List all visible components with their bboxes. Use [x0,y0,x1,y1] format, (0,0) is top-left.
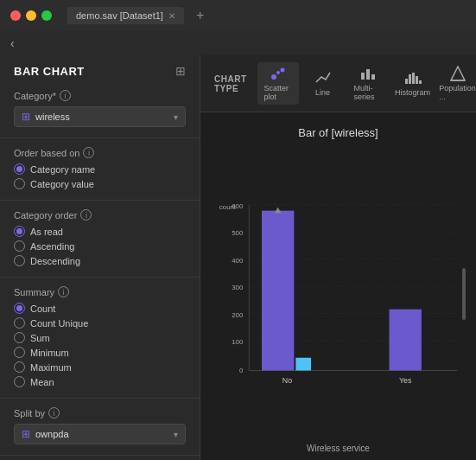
chart-type-multiseries-label: Multi-series [354,84,382,101]
svg-rect-6 [405,79,408,84]
order-based-info-icon[interactable]: i [83,147,94,158]
svg-text:No: No [282,376,292,385]
order-category-value-label: Category value [30,179,94,189]
radio-sum-circle [14,332,25,343]
bar-no-purple [262,211,294,371]
population-icon [449,66,466,81]
chart-type-bar: CHART TYPE Scatter plot Line [200,55,476,112]
bar-no-blue [295,358,311,371]
radio-count-unique-circle [14,317,25,329]
multi-series-icon [359,66,377,81]
chart-area: Bar of [wireless] count 600 [200,112,476,460]
panel-export-icon[interactable]: ⊞ [175,64,186,78]
order-as-read-label: As read [30,227,63,237]
add-tab-button[interactable]: + [196,8,204,23]
radio-category-value-circle [14,178,25,189]
chart-type-histogram[interactable]: Histogram [392,67,434,100]
svg-text:Yes: Yes [399,376,412,385]
bar-chart-svg: count 600 500 400 300 200 [211,146,466,442]
summary-info-icon[interactable]: i [58,286,69,297]
svg-rect-5 [371,74,375,80]
svg-text:500: 500 [232,229,244,237]
category-order-info-icon[interactable]: i [80,209,92,220]
svg-point-2 [280,68,284,73]
category-order-section: Category order i As read Ascending Desce… [0,204,200,273]
summary-count-unique[interactable]: Count Unique [14,317,186,329]
order-category-name-label: Category name [30,164,95,175]
split-by-label: Split by i [14,407,186,418]
summary-label: Summary i [14,286,186,297]
svg-text:0: 0 [239,367,244,374]
category-info-icon[interactable]: i [60,90,71,101]
summary-sum[interactable]: Sum [14,332,186,343]
chart-type-scatter[interactable]: Scatter plot [257,62,299,105]
chart-type-population[interactable]: Population ... [437,62,477,105]
radio-mean-circle [14,376,25,387]
summary-minimum[interactable]: Minimum [14,347,186,358]
radio-maximum-circle [14,361,25,373]
chart-type-histogram-label: Histogram [395,88,430,97]
chart-type-line-label: Line [315,88,330,97]
svg-point-0 [271,74,276,80]
summary-mean[interactable]: Mean [14,376,186,387]
chart-type-scatter-label: Scatter plot [264,84,292,101]
radio-count-circle [14,303,25,314]
order-ascending[interactable]: Ascending [14,240,186,252]
scroll-indicator[interactable] [462,268,466,320]
svg-rect-8 [412,73,415,84]
chart-type-line[interactable]: Line [302,67,344,100]
svg-text:600: 600 [232,202,244,210]
summary-count-unique-label: Count Unique [30,318,88,329]
order-as-read[interactable]: As read [14,226,186,237]
minimize-button[interactable] [26,10,36,21]
svg-rect-3 [361,73,365,80]
radio-descending-circle [14,255,25,266]
divider-1 [0,137,200,138]
split-by-dropdown[interactable]: ⊞ ownpda ▾ [14,424,186,444]
split-by-section: Split by i ⊞ ownpda ▾ [0,402,200,451]
close-button[interactable] [10,10,21,21]
chart-type-label: CHART TYPE [214,74,247,93]
back-button[interactable]: ‹ [10,36,15,50]
category-chevron-icon: ▾ [174,112,178,122]
svg-marker-11 [451,67,465,80]
svg-text:200: 200 [232,311,244,319]
category-dropdown[interactable]: ⊞ wireless ▾ [14,106,186,127]
active-tab[interactable]: demo.sav [Dataset1] ✕ [67,7,184,24]
tab-label: demo.sav [Dataset1] [76,10,163,21]
scatter-plot-icon [270,66,287,81]
summary-section: Summary i Count Count Unique Sum [0,281,200,394]
summary-mean-label: Mean [30,377,54,387]
line-chart-icon [314,70,332,86]
split-by-chevron-icon: ▾ [174,430,178,439]
maximize-button[interactable] [41,10,52,21]
tab-close-icon[interactable]: ✕ [168,11,175,21]
order-based-section: Order based on i Category name Category … [0,142,200,196]
svg-rect-10 [419,80,422,84]
radio-category-name-circle [14,163,25,175]
summary-maximum-label: Maximum [30,362,72,373]
order-descending[interactable]: Descending [14,255,186,266]
divider-2 [0,200,200,201]
histogram-icon [404,70,422,86]
back-row: ‹ [0,31,476,55]
svg-point-1 [276,71,280,74]
summary-maximum[interactable]: Maximum [14,361,186,373]
svg-rect-7 [409,74,411,84]
summary-count[interactable]: Count [14,303,186,314]
main-content: BAR CHART ⊞ Category* i ⊞ wireless ▾ Ord… [0,55,476,460]
svg-rect-9 [416,76,418,84]
divider-5 [0,455,200,456]
chart-title: Bar of [wireless] [211,126,466,139]
divider-3 [0,277,200,278]
order-based-label: Order based on i [14,147,186,158]
max-bar-arrow [275,208,282,214]
order-category-value[interactable]: Category value [14,178,186,189]
chart-type-multiseries[interactable]: Multi-series [347,62,389,105]
order-category-name[interactable]: Category name [14,163,186,175]
titlebar: demo.sav [Dataset1] ✕ + [0,0,476,31]
split-by-value: ownpda [35,429,69,439]
order-ascending-label: Ascending [30,241,74,252]
panel-header: BAR CHART ⊞ [0,55,200,85]
split-by-info-icon[interactable]: i [48,407,60,418]
